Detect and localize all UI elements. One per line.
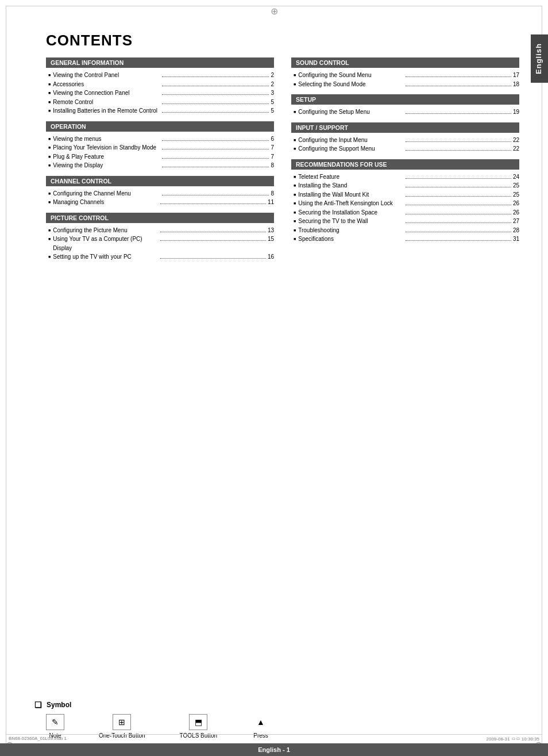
toc-item: Managing Channels11 <box>46 198 274 207</box>
toc-item-text: Troubleshooting <box>298 226 404 235</box>
toc-dots <box>162 195 269 195</box>
toc-item-text: Viewing the Connection Panel <box>53 89 160 98</box>
toc-page: 2 <box>271 71 274 80</box>
toc-item: Configuring the Input Menu22 <box>291 136 519 145</box>
toc-item: Specifications31 <box>291 235 519 244</box>
toc-item: Configuring the Setup Menu19 <box>291 108 519 117</box>
toc-page: 28 <box>513 226 519 235</box>
toc-dots <box>406 240 511 241</box>
toc-dots <box>162 167 269 167</box>
toc-item: Using Your TV as a Computer (PC) Display… <box>46 235 274 252</box>
section-group: GENERAL INFORMATIONViewing the Control P… <box>46 57 274 116</box>
toc-page: 6 <box>271 135 274 144</box>
toc-page: 15 <box>268 235 274 244</box>
right-column: SOUND CONTROLConfiguring the Sound Menu1… <box>291 57 519 267</box>
toc-page: 8 <box>271 161 274 170</box>
toc-page: 7 <box>271 152 274 162</box>
toc-page: 18 <box>513 80 519 89</box>
toc-dots <box>160 204 266 204</box>
toc-item: Plug & Play Feature7 <box>46 152 274 162</box>
toc-dots <box>160 258 266 259</box>
toc-dots <box>406 113 511 114</box>
toc-item-text: Configuring the Channel Menu <box>53 189 160 198</box>
section-group: INPUT / SUPPORTConfiguring the Input Men… <box>291 122 519 153</box>
toc-page: 25 <box>513 181 519 190</box>
toc-dots <box>160 232 266 232</box>
toc-dots <box>162 158 269 159</box>
section-group: SOUND CONTROLConfiguring the Sound Menu1… <box>291 57 519 89</box>
bottom-bar: English - 1 <box>0 743 548 756</box>
toc-dots <box>406 232 511 232</box>
toc-item-text: Setting up the TV with your PC <box>53 252 159 262</box>
toc-page: 31 <box>513 235 519 244</box>
section-group: RECOMMENDATIONS FOR USETeletext Feature2… <box>291 159 519 244</box>
toc-item-text: Viewing the Control Panel <box>53 71 160 80</box>
toc-page: 13 <box>268 226 274 235</box>
toc-item-text: Installing the Wall Mount Kit <box>298 190 404 199</box>
toc-item-text: Configuring the Setup Menu <box>298 108 404 117</box>
toc-item-text: Managing Channels <box>53 198 159 207</box>
symbol-icon-tools-button: ⬒ <box>189 714 207 730</box>
section-group: OPERATIONViewing the menus6Placing Your … <box>46 121 274 170</box>
section-header: PICTURE CONTROL <box>46 213 274 223</box>
toc-dots <box>406 196 511 197</box>
toc-dots <box>406 205 511 205</box>
toc-page: 17 <box>513 71 519 80</box>
toc-page: 27 <box>513 217 519 226</box>
toc-item-text: Accessories <box>53 80 160 89</box>
toc-item: Viewing the Display8 <box>46 161 274 170</box>
toc-page: 5 <box>271 98 274 107</box>
symbol-icon-one-touch-button: ⊞ <box>113 714 131 730</box>
toc-page: 5 <box>271 106 274 116</box>
section-header: CHANNEL CONTROL <box>46 176 274 186</box>
toc-page: 26 <box>513 199 519 208</box>
footer-left: BN68-02360A_01L09.indb 1 <box>9 736 67 742</box>
toc-dots <box>162 86 269 86</box>
toc-dots <box>406 222 511 223</box>
main-content: CONTENTS GENERAL INFORMATIONViewing the … <box>46 32 519 687</box>
toc-dots <box>406 214 511 214</box>
toc-item: Remote Control5 <box>46 98 274 107</box>
toc-columns: GENERAL INFORMATIONViewing the Control P… <box>46 57 519 267</box>
toc-dots <box>406 178 511 179</box>
toc-page: 8 <box>271 189 274 198</box>
toc-dots <box>406 76 511 77</box>
symbol-icon-note: ✎ <box>46 714 64 730</box>
toc-item-text: Configuring the Picture Menu <box>53 226 159 235</box>
toc-page: 2 <box>271 80 274 89</box>
toc-item-text: Installing Batteries in the Remote Contr… <box>53 106 160 116</box>
page-title: CONTENTS <box>46 32 519 49</box>
toc-item: Securing the TV to the Wall27 <box>291 217 519 226</box>
toc-dots <box>406 187 511 187</box>
left-column: GENERAL INFORMATIONViewing the Control P… <box>46 57 274 267</box>
toc-item-text: Specifications <box>298 235 404 244</box>
toc-item-text: Selecting the Sound Mode <box>298 80 404 89</box>
toc-item-text: Viewing the Display <box>53 161 160 170</box>
toc-item-text: Using Your TV as a Computer (PC) Display <box>53 235 159 252</box>
toc-item-text: Placing Your Television in Standby Mode <box>53 143 160 152</box>
toc-item: Installing the Stand25 <box>291 181 519 190</box>
toc-item: Installing the Wall Mount Kit25 <box>291 190 519 199</box>
toc-item: Using the Anti-Theft Kensington Lock26 <box>291 199 519 208</box>
toc-dots <box>162 140 269 141</box>
section-header: SETUP <box>291 94 519 105</box>
toc-page: 22 <box>513 144 519 153</box>
toc-dots <box>162 76 269 77</box>
section-header: INPUT / SUPPORT <box>291 122 519 133</box>
toc-page: 22 <box>513 136 519 145</box>
toc-item-text: Configuring the Sound Menu <box>298 71 404 80</box>
toc-page: 24 <box>513 172 519 182</box>
toc-item: Installing Batteries in the Remote Contr… <box>46 106 274 116</box>
toc-dots <box>162 103 269 104</box>
bottom-label: English - 1 <box>258 746 290 753</box>
toc-item: Configuring the Picture Menu13 <box>46 226 274 235</box>
toc-dots <box>162 94 269 95</box>
toc-item-text: Teletext Feature <box>298 172 404 182</box>
toc-page: 25 <box>513 190 519 199</box>
toc-item: Viewing the Connection Panel3 <box>46 89 274 98</box>
section-group: SETUPConfiguring the Setup Menu19 <box>291 94 519 117</box>
section-header: OPERATION <box>46 121 274 132</box>
toc-item-text: Securing the Installation Space <box>298 208 404 217</box>
toc-item-text: Installing the Stand <box>298 181 404 190</box>
toc-item: Troubleshooting28 <box>291 226 519 235</box>
